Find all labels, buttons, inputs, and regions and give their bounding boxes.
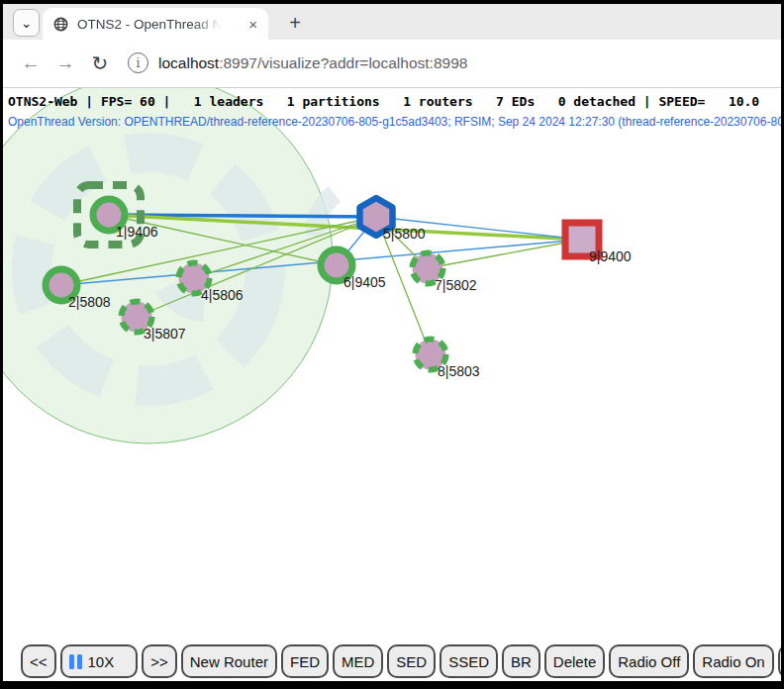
- toolbar-button-label: BR: [511, 653, 532, 670]
- link-7-9: [428, 240, 582, 268]
- toolbar-button-label: MED: [342, 653, 374, 670]
- toolbar-button-sed[interactable]: SED: [387, 644, 436, 678]
- toolbar-button-ssed[interactable]: SSED: [440, 644, 498, 678]
- chevron-down-icon: ⌄: [21, 16, 33, 30]
- window-border-bottom: [0, 681, 784, 689]
- toolbar-button-label: SSED: [448, 653, 489, 670]
- toolbar-button-forward[interactable]: >>: [142, 644, 177, 678]
- address-bar[interactable]: localhost:8997/visualize?addr=localhost:…: [158, 40, 467, 87]
- link-5-9: [376, 217, 582, 240]
- toolbar-button-delete[interactable]: Delete: [544, 644, 605, 678]
- toolbar-button-label: SED: [396, 653, 427, 670]
- tab-otns2[interactable]: OTNS2 - OpenThread Ne ×: [43, 8, 268, 40]
- toolbar-button-label: 10X: [88, 653, 115, 670]
- toolbar-button-rewind[interactable]: <<: [21, 644, 56, 678]
- toolbar-button-label: FED: [290, 653, 320, 670]
- toolbar-button-radio-off[interactable]: Radio Off: [609, 644, 689, 678]
- node-3-sed[interactable]: [122, 302, 152, 333]
- toolbar-button-radio-on[interactable]: Radio On: [693, 644, 773, 678]
- node-1-leader[interactable]: [93, 199, 125, 231]
- network-visualization: [3, 88, 781, 641]
- new-tab-button[interactable]: +: [282, 10, 308, 36]
- node-6-router[interactable]: [321, 249, 352, 281]
- toolbar-button-label: Radio On: [702, 653, 764, 670]
- node-2-router[interactable]: [46, 269, 77, 301]
- toolbar-button-br[interactable]: BR: [502, 644, 540, 678]
- tab-strip: ⌄ OTNS2 - OpenThread Ne × +: [3, 4, 781, 40]
- node-7-sed[interactable]: [413, 253, 443, 284]
- toolbar-button-label: <<: [30, 653, 48, 670]
- back-button[interactable]: ←: [15, 40, 47, 87]
- toolbar-button-speed[interactable]: 10X: [60, 644, 139, 678]
- window-border-left: [0, 0, 3, 689]
- reload-button[interactable]: ↻: [84, 40, 116, 87]
- action-toolbar: <<10X>>New RouterFEDMEDSEDSSEDBRDeleteRa…: [3, 641, 781, 681]
- node-5-border-router[interactable]: [360, 198, 393, 236]
- node-9-failed[interactable]: [565, 223, 599, 256]
- url-host: localhost: [158, 54, 219, 72]
- url-path: :8997/visualize?addr=localhost:8998: [219, 54, 467, 72]
- toolbar-button-med[interactable]: MED: [333, 644, 383, 678]
- link-8-5: [376, 217, 431, 354]
- tab-list-chevron-button[interactable]: ⌄: [13, 9, 40, 37]
- toolbar-button-label: Radio Off: [618, 653, 680, 670]
- toolbar-button-label: New Router: [190, 653, 268, 670]
- node-8-sed[interactable]: [416, 340, 446, 370]
- toolbar-button-label: >>: [150, 653, 168, 670]
- simulation-canvas[interactable]: 1|94062|58083|58074|58065|58006|94057|58…: [3, 88, 781, 641]
- toolbar-button-fed[interactable]: FED: [281, 644, 329, 678]
- site-info-icon[interactable]: i: [128, 52, 148, 73]
- node-4-sed[interactable]: [179, 263, 210, 294]
- toolbar-button-label: Delete: [553, 653, 596, 670]
- globe-icon: [53, 17, 68, 32]
- window-border-top: [0, 0, 784, 4]
- browser-window: ⌄ OTNS2 - OpenThread Ne × + ← → ↻ i loca…: [0, 0, 784, 689]
- tab-title: OTNS2 - OpenThread Ne: [77, 17, 226, 32]
- pause-icon: [69, 654, 82, 669]
- browser-toolbar: ← → ↻ i localhost:8997/visualize?addr=lo…: [3, 40, 781, 88]
- tab-close-icon[interactable]: ×: [248, 17, 257, 32]
- forward-button[interactable]: →: [49, 40, 81, 87]
- toolbar-button-new-router[interactable]: New Router: [181, 644, 277, 678]
